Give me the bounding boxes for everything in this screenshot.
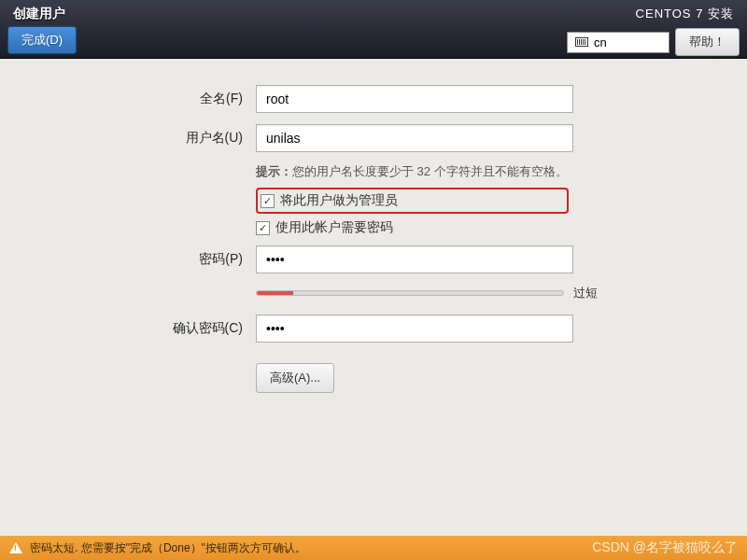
done-button[interactable]: 完成(D): [7, 26, 77, 54]
header-controls: cn 帮助！: [567, 28, 740, 56]
username-input[interactable]: [256, 124, 573, 152]
header-right: CENTOS 7 安装 cn 帮助！: [567, 6, 740, 52]
password-input[interactable]: [256, 245, 573, 273]
confirm-password-row: 确认密码(C): [45, 315, 702, 343]
keyboard-icon: [575, 37, 588, 47]
footer-left: 密码太短. 您需要按"完成（Done）"按钮两次方可确认。: [9, 540, 306, 556]
password-strength-text: 过短: [573, 285, 598, 301]
require-password-row: ✓ 使用此帐户需要密码: [256, 219, 702, 236]
warning-text: 密码太短. 您需要按"完成（Done）"按钮两次方可确认。: [30, 540, 306, 556]
username-row: 用户名(U): [45, 124, 702, 152]
require-password-label: 使用此帐户需要密码: [275, 219, 393, 236]
hint-prefix: 提示：: [256, 164, 292, 178]
page-title: 创建用户: [7, 6, 77, 22]
admin-checkbox[interactable]: ✓: [261, 194, 275, 208]
hint-text: 您的用户名长度要少于 32 个字符并且不能有空格。: [292, 164, 568, 178]
password-row: 密码(P): [45, 245, 702, 273]
lang-code: cn: [594, 35, 607, 49]
user-form: 全名(F) 用户名(U) 提示：您的用户名长度要少于 32 个字符并且不能有空格…: [0, 59, 747, 393]
warning-icon: [9, 542, 22, 553]
watermark-text: CSDN @名字被猫咬么了: [592, 539, 738, 556]
admin-checkbox-label: 将此用户做为管理员: [280, 192, 398, 209]
password-strength-fill: [257, 291, 293, 295]
admin-checkbox-row: ✓ 将此用户做为管理员: [256, 188, 702, 214]
highlight-annotation: ✓ 将此用户做为管理员: [256, 188, 569, 214]
advanced-button[interactable]: 高级(A)...: [256, 363, 334, 393]
password-strength-row: 过短: [256, 285, 702, 301]
require-password-checkbox[interactable]: ✓: [256, 221, 270, 235]
help-button[interactable]: 帮助！: [675, 28, 740, 56]
password-label: 密码(P): [45, 251, 256, 268]
username-hint: 提示：您的用户名长度要少于 32 个字符并且不能有空格。: [256, 163, 702, 180]
password-strength-bar: [256, 290, 564, 296]
warning-footer: 密码太短. 您需要按"完成（Done）"按钮两次方可确认。 CSDN @名字被猫…: [0, 536, 747, 560]
confirm-password-input[interactable]: [256, 315, 573, 343]
installer-title: CENTOS 7 安装: [636, 6, 740, 22]
keyboard-layout-indicator[interactable]: cn: [567, 32, 669, 53]
confirm-password-label: 确认密码(C): [45, 320, 256, 337]
fullname-input[interactable]: [256, 85, 573, 113]
fullname-row: 全名(F): [45, 85, 702, 113]
header-left: 创建用户 完成(D): [7, 6, 77, 52]
fullname-label: 全名(F): [45, 91, 256, 107]
username-label: 用户名(U): [45, 130, 256, 147]
header-bar: 创建用户 完成(D) CENTOS 7 安装 cn 帮助！: [0, 0, 747, 59]
